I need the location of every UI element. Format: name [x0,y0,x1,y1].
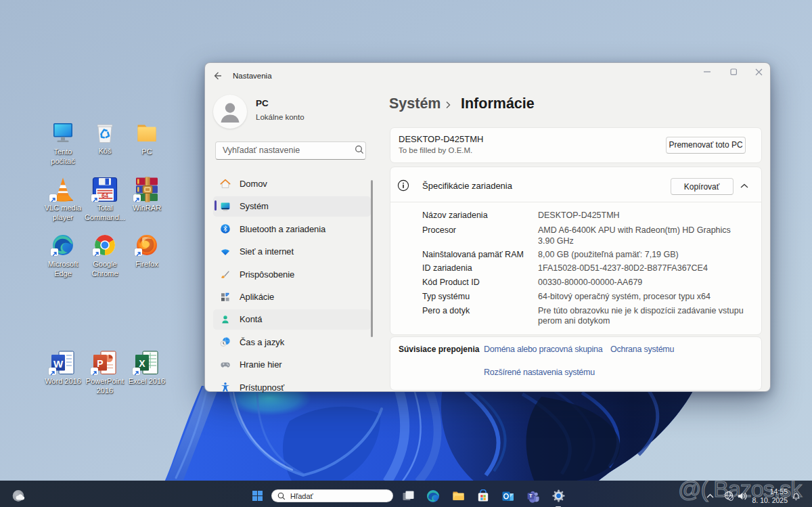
svg-text:P: P [97,358,103,369]
svg-text:T: T [529,493,533,499]
svg-text:X: X [139,358,145,369]
svg-text:64: 64 [102,192,108,199]
